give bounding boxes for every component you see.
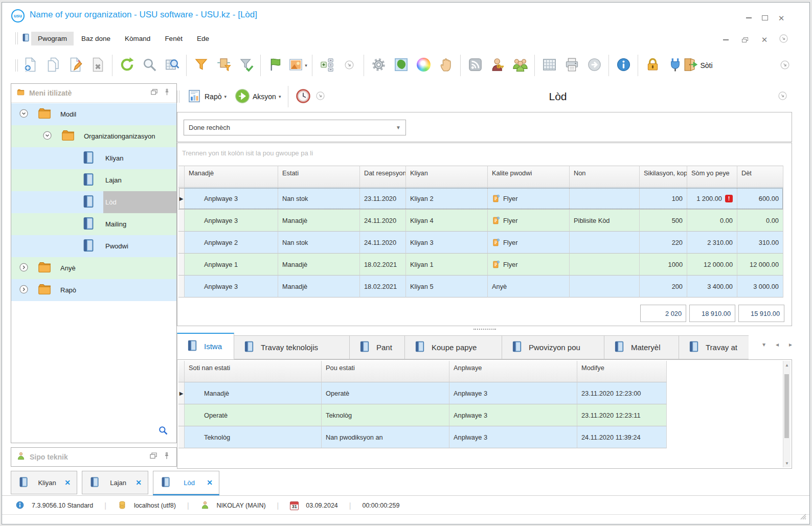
expander-closed-icon[interactable] [18, 262, 29, 275]
table-row[interactable]: ▶ManadjèOperatèAnplwaye 323.11.2020 12:2… [178, 382, 667, 404]
tab-travay-teknolojis[interactable]: Travay teknolojis [234, 335, 350, 359]
tree-item-pwodwi[interactable]: Pwodwi [11, 235, 176, 257]
column-header-soti-nan-estati[interactable]: Soti nan estati [185, 361, 322, 382]
maximize-button[interactable] [759, 14, 771, 22]
info-button[interactable] [612, 52, 635, 79]
tab-scroll-right-icon[interactable]: ▸ [789, 341, 792, 348]
float-window-icon[interactable] [150, 88, 159, 99]
flag-button[interactable] [264, 52, 286, 79]
expander-closed-icon[interactable] [18, 284, 29, 296]
tab-istwa[interactable]: Istwa [177, 333, 234, 359]
action-button[interactable]: Aksyon ▾ [231, 85, 285, 108]
close-tab-button[interactable]: ✕ [64, 478, 71, 487]
tab-matery-l[interactable]: Materyèl [604, 335, 679, 359]
search-button[interactable] [138, 52, 161, 79]
lock-button[interactable] [641, 52, 664, 79]
colors-button[interactable] [412, 52, 435, 79]
tab-pwovizyon-pou[interactable]: Pwovizyon pou [502, 335, 604, 359]
tree-item-rap[interactable]: Rapò [11, 279, 176, 301]
delete-document-button[interactable] [86, 52, 109, 79]
column-header-d-t[interactable]: Dèt [737, 166, 783, 188]
tab-pant[interactable]: Pant [350, 335, 405, 359]
new-document-button[interactable] [19, 52, 41, 79]
refresh-button[interactable] [116, 52, 138, 79]
mdi-minimize-button[interactable] [720, 36, 731, 44]
column-header-sikilasyon-kopi[interactable]: Sikilasyon, kopi [640, 166, 687, 188]
table-row[interactable]: Anplwaye 3Manadjè18.02.2021Kliyan 5Anyè2… [178, 276, 783, 298]
tree-item-mailing[interactable]: Mailing [11, 213, 176, 235]
panel-splitter[interactable] [177, 326, 792, 333]
table-row[interactable]: ▶Anplwaye 3Nan stok23.11.2020Kliyan 2Fly… [178, 188, 783, 210]
minimize-button[interactable] [743, 14, 754, 22]
menu-item-baz-done[interactable]: Baz done [75, 32, 117, 45]
close-tab-button[interactable]: ✕ [207, 478, 213, 487]
tree-item-lajan[interactable]: Lajan [11, 169, 176, 191]
column-header-non[interactable]: Non [570, 166, 640, 188]
column-header-kalite-pwodwi[interactable]: Kalite pwodwi [488, 166, 570, 188]
tab-travay-at[interactable]: Travay at [679, 335, 749, 359]
hand-button[interactable] [435, 52, 457, 79]
table-row[interactable]: Anplwaye 3Manadjè24.11.2020Kliyan 4Flyer… [178, 210, 783, 232]
search-icon[interactable] [158, 425, 168, 438]
pin-icon[interactable] [163, 88, 171, 99]
expander-open-icon[interactable] [42, 130, 53, 143]
column-header-s-m-yo-peye[interactable]: Sòm yo peye [687, 166, 737, 188]
tree-item-kliyan[interactable]: Kliyan [11, 147, 176, 169]
collapse-chevron-button[interactable] [774, 52, 796, 79]
close-button[interactable]: ✕ [776, 14, 787, 22]
column-header-pou-estati[interactable]: Pou estati [322, 361, 449, 382]
filter-apply-button[interactable] [235, 52, 257, 79]
filter-columns-button[interactable] [212, 52, 235, 79]
close-tab-button[interactable]: ✕ [136, 478, 142, 487]
float-window-icon[interactable] [149, 451, 158, 463]
vertical-scrollbar[interactable]: ▲ ▼ [783, 361, 791, 467]
menu-item-ede[interactable]: Ede [190, 32, 216, 45]
layout-cards-button[interactable] [315, 52, 338, 79]
column-header-manadj[interactable]: Manadjè [185, 166, 278, 188]
menu-item-fen-t[interactable]: Fenèt [158, 32, 189, 45]
copy-document-button[interactable] [41, 52, 64, 79]
rss-feed-button[interactable] [464, 52, 486, 79]
doc-tab-lajan[interactable]: Lajan✕ [82, 471, 148, 494]
scroll-up-icon[interactable]: ▲ [783, 361, 791, 369]
search-combo[interactable]: Done rechèch ▼ [184, 120, 406, 135]
column-header-estati[interactable]: Estati [278, 166, 360, 188]
mdi-restore-button[interactable] [739, 36, 751, 44]
collapse-chevron-icon[interactable] [315, 90, 326, 103]
tree-item-modil[interactable]: Modil [11, 103, 176, 125]
table-row[interactable]: TeknològNan pwodiksyon anAnplwaye 324.11… [178, 426, 667, 448]
search-table-button[interactable] [161, 52, 183, 79]
menu-item-pwogram[interactable]: Pwogram [31, 32, 74, 45]
table-row[interactable]: OperatèTeknològAnplwaye 323.11.2020 12:2… [178, 404, 667, 426]
collapse-chevron-icon[interactable] [778, 33, 789, 46]
pin-icon[interactable] [162, 451, 171, 463]
resize-grip-icon[interactable] [800, 513, 806, 522]
scheduler-button[interactable] [291, 85, 315, 108]
collapse-chevron-button[interactable] [338, 52, 360, 79]
column-header-kliyan[interactable]: Kliyan [406, 166, 488, 188]
settings-gear-button[interactable] [367, 52, 390, 79]
tree-item-l-d[interactable]: Lòd [11, 191, 176, 213]
collapse-chevron-icon[interactable] [777, 90, 788, 103]
expander-open-icon[interactable] [18, 108, 29, 121]
map-button[interactable] [390, 52, 412, 79]
tab-koupe-papye[interactable]: Koupe papye [405, 335, 502, 359]
user-key-button[interactable] [486, 52, 509, 79]
table-row[interactable]: Anplwaye 2Nan stok24.11.2020Kliyan 3Flye… [178, 232, 783, 254]
table-grid-button[interactable] [538, 52, 560, 79]
tab-list-dropdown-icon[interactable]: ▾ [762, 341, 765, 348]
edit-document-button[interactable] [64, 52, 86, 79]
tree-item-organizationganizasyon[interactable]: Organizationganizasyon [11, 125, 176, 147]
doc-tab-kliyan[interactable]: Kliyan✕ [11, 471, 77, 494]
column-header-anplwaye[interactable]: Anplwaye [449, 361, 577, 382]
column-header-dat-resepsyon[interactable]: Dat resepsyon [360, 166, 406, 188]
go-next-button[interactable] [583, 52, 605, 79]
tab-scroll-left-icon[interactable]: ◂ [776, 341, 779, 348]
users-group-button[interactable] [509, 52, 531, 79]
menu-item-k-mand[interactable]: Kòmand [118, 32, 157, 45]
report-button[interactable]: Rapò ▾ [183, 85, 231, 108]
tree-item-any[interactable]: Anyè [11, 257, 176, 279]
column-header-modifye[interactable]: Modifye [577, 361, 667, 382]
scrollbar-thumb[interactable] [784, 374, 789, 438]
exit-door-button[interactable]: Sòti [686, 52, 709, 79]
